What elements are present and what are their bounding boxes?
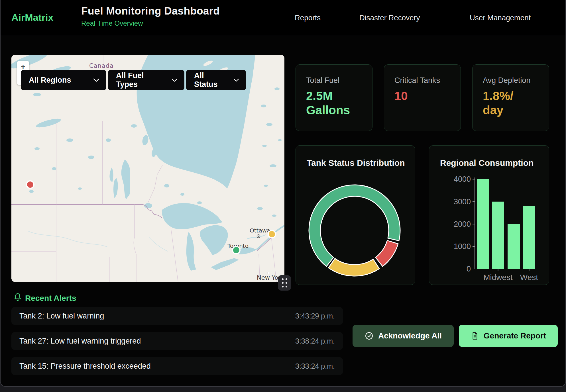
stat-card-critical-tanks: Critical Tanks 10 — [384, 64, 461, 131]
stat-value: 2.5MGallons — [306, 89, 367, 118]
generate-report-label: Generate Report — [484, 331, 546, 340]
title-block: Fuel Monitoring Dashboard Real-Time Over… — [81, 5, 220, 27]
nav-reports[interactable]: Reports — [295, 13, 321, 22]
map-filter-bar: All Regions All Fuel Types All Status — [21, 70, 246, 90]
bell-icon — [13, 292, 22, 302]
alert-row: Tank 27: Low fuel warning triggered 3:38… — [11, 332, 343, 350]
page-title: Fuel Monitoring Dashboard — [81, 5, 220, 17]
generate-report-button[interactable]: Generate Report — [459, 325, 558, 347]
alert-message: Tank 15: Pressure threshold exceeded — [19, 362, 151, 371]
alert-row: Tank 15: Pressure threshold exceeded 3:3… — [11, 357, 343, 375]
acknowledge-all-label: Acknowledge All — [378, 331, 442, 340]
svg-text:3000: 3000 — [454, 197, 471, 206]
region-filter-dropdown[interactable]: All Regions — [21, 70, 106, 90]
fuel-type-filter-dropdown[interactable]: All Fuel Types — [108, 70, 184, 90]
stat-value: 10 — [394, 89, 455, 103]
nav-user-management[interactable]: User Management — [470, 13, 531, 22]
alert-message: Tank 2: Low fuel warning — [19, 312, 104, 320]
header: AirMatrix Fuel Monitoring Dashboard Real… — [1, 0, 565, 36]
nav-disaster-recovery[interactable]: Disaster Recovery — [359, 13, 420, 22]
svg-text:4000: 4000 — [454, 175, 471, 183]
stat-card-avg-depletion: Avg Depletion 1.8%/day — [472, 64, 549, 131]
brand-logo: AirMatrix — [11, 12, 53, 23]
tank-marker-warning[interactable] — [268, 230, 276, 238]
tank-marker-critical[interactable] — [26, 180, 34, 189]
check-circle-icon — [365, 331, 374, 340]
resize-grip-handle[interactable] — [278, 275, 291, 291]
alerts-section-title: Recent Alerts — [25, 294, 76, 303]
alert-message: Tank 27: Low fuel warning triggered — [19, 337, 141, 346]
stat-value: 1.8%/day — [483, 89, 543, 118]
donut-chart-card: Tank Status Distribution — [296, 145, 415, 285]
svg-text:2000: 2000 — [454, 220, 471, 228]
svg-text:1000: 1000 — [454, 242, 471, 251]
svg-text:0: 0 — [467, 265, 471, 273]
map-panel[interactable]: Canada Ottawa Toronto New York + − All R… — [11, 55, 284, 282]
stat-label: Critical Tanks — [394, 76, 455, 85]
chevron-down-icon — [93, 78, 99, 82]
document-icon — [471, 332, 479, 340]
status-filter-dropdown[interactable]: All Status — [186, 70, 246, 90]
page-subtitle: Real-Time Overview — [81, 19, 220, 27]
stat-card-total-fuel: Total Fuel 2.5MGallons — [296, 64, 372, 131]
alert-row: Tank 2: Low fuel warning 3:43:29 p.m. — [11, 307, 343, 325]
svg-text:Midwest: Midwest — [483, 273, 513, 282]
app-window: AirMatrix Fuel Monitoring Dashboard Real… — [0, 0, 566, 387]
regional-consumption-bar-chart: 01000200030004000MidwestWest — [429, 146, 549, 285]
acknowledge-all-button[interactable]: Acknowledge All — [353, 325, 454, 347]
map-label-ottawa: Ottawa — [250, 227, 270, 234]
stat-label: Avg Depletion — [483, 76, 543, 85]
chevron-down-icon — [172, 78, 178, 82]
region-filter-value: All Regions — [29, 76, 71, 85]
stat-label: Total Fuel — [306, 76, 367, 85]
bar-chart-card: Regional Consumption 01000200030004000Mi… — [429, 145, 549, 285]
alert-timestamp: 3:33:24 p.m. — [295, 362, 335, 370]
svg-text:West: West — [520, 273, 538, 282]
alert-timestamp: 3:38:24 p.m. — [295, 337, 335, 345]
map-label-country: Canada — [89, 62, 114, 69]
donut-chart-title: Tank Status Distribution — [307, 158, 405, 168]
tank-marker-normal[interactable] — [232, 246, 241, 254]
fuel-type-filter-value: All Fuel Types — [116, 71, 164, 89]
alert-timestamp: 3:43:29 p.m. — [295, 312, 335, 320]
chevron-down-icon — [233, 78, 239, 82]
tank-status-donut-chart — [296, 171, 416, 285]
status-filter-value: All Status — [194, 71, 226, 89]
